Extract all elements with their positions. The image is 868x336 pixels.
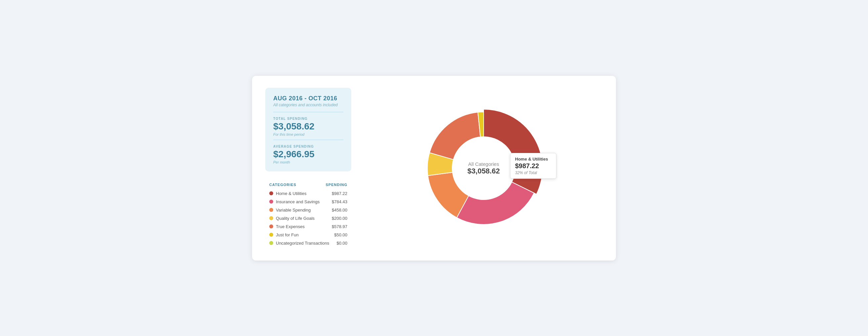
list-item[interactable]: True Expenses $578.97 <box>267 222 350 231</box>
cat-color-dot <box>269 224 273 228</box>
cat-color-dot <box>269 233 273 237</box>
cat-amount: $200.00 <box>332 216 347 221</box>
avg-spending-label: AVERAGE SPENDING <box>273 145 343 148</box>
cat-amount: $50.00 <box>334 232 347 237</box>
cat-amount: $0.00 <box>336 241 347 246</box>
cat-color-dot <box>269 216 273 220</box>
cat-color-dot <box>269 208 273 212</box>
divider-2 <box>273 140 343 140</box>
categories-header: CATEGORIES SPENDING <box>267 183 350 189</box>
cat-color-dot <box>269 191 273 195</box>
cat-color-dot <box>269 200 273 203</box>
main-card: AUG 2016 - OCT 2016 All categories and a… <box>252 76 616 260</box>
total-spending-value: $3,058.62 <box>273 121 343 132</box>
cat-name: Variable Spending <box>276 207 311 213</box>
cat-amount: $784.43 <box>332 199 347 204</box>
cat-amount: $458.00 <box>332 207 347 213</box>
avg-spending-value: $2,966.95 <box>273 149 343 160</box>
donut-segment[interactable] <box>430 112 480 159</box>
cat-name: True Expenses <box>276 224 305 229</box>
cat-row-left: Just for Fun <box>269 232 299 237</box>
summary-box: AUG 2016 - OCT 2016 All categories and a… <box>265 88 351 171</box>
list-item[interactable]: Variable Spending $458.00 <box>267 206 350 214</box>
tooltip-value: $987.22 <box>515 162 552 170</box>
cat-amount: $987.22 <box>332 191 347 196</box>
cat-name: Just for Fun <box>276 232 299 237</box>
categories-list: Home & Utilities $987.22 Insurance and S… <box>267 189 350 247</box>
cat-amount: $578.97 <box>332 224 347 229</box>
subtitle: All categories and accounts included <box>273 103 343 107</box>
cat-name: Home & Utilities <box>276 191 306 196</box>
cat-row-left: True Expenses <box>269 224 305 229</box>
list-item[interactable]: Just for Fun $50.00 <box>267 231 350 239</box>
cat-row-left: Variable Spending <box>269 207 311 213</box>
cat-name: Insurance and Savings <box>276 199 319 204</box>
donut-container: All Categories $3,058.62 Home & Utilitie… <box>421 105 547 231</box>
categories-col-label: CATEGORIES <box>269 183 297 187</box>
left-panel: AUG 2016 - OCT 2016 All categories and a… <box>265 88 351 249</box>
total-spending-note: For this time period <box>273 133 343 136</box>
right-panel: All Categories $3,058.62 Home & Utilitie… <box>365 88 603 249</box>
divider-1 <box>273 112 343 112</box>
list-item[interactable]: Home & Utilities $987.22 <box>267 189 350 198</box>
list-item[interactable]: Insurance and Savings $784.43 <box>267 198 350 206</box>
cat-row-left: Quality of Life Goals <box>269 216 315 221</box>
date-range: AUG 2016 - OCT 2016 <box>273 95 343 102</box>
cat-row-left: Uncategorized Transactions <box>269 241 329 246</box>
cat-name: Quality of Life Goals <box>276 216 315 221</box>
cat-color-dot <box>269 241 273 245</box>
avg-spending-note: Per month <box>273 160 343 164</box>
tooltip-percent: 32% of Total <box>515 170 552 175</box>
total-spending-label: TOTAL SPENDING <box>273 117 343 120</box>
list-item[interactable]: Quality of Life Goals $200.00 <box>267 214 350 222</box>
tooltip-title: Home & Utilities <box>515 157 552 162</box>
cat-name: Uncategorized Transactions <box>276 241 329 246</box>
list-item[interactable]: Uncategorized Transactions $0.00 <box>267 239 350 247</box>
donut-segment[interactable] <box>484 109 542 194</box>
categories-box: CATEGORIES SPENDING Home & Utilities $98… <box>265 177 351 249</box>
tooltip-box: Home & Utilities $987.22 32% of Total <box>510 153 556 179</box>
donut-segment[interactable] <box>457 182 534 224</box>
cat-row-left: Insurance and Savings <box>269 199 319 204</box>
spending-col-label: SPENDING <box>326 183 347 187</box>
cat-row-left: Home & Utilities <box>269 191 306 196</box>
